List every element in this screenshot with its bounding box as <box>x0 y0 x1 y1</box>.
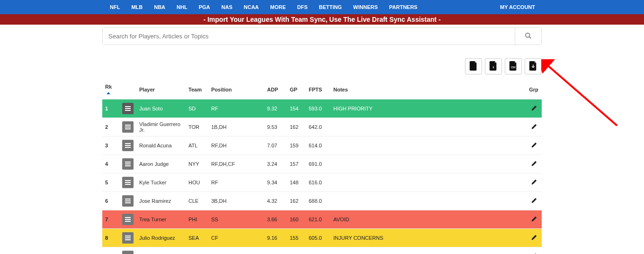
cell-grp <box>526 229 542 247</box>
table-row: 5 Kyle Tucker HOU RF 9.34 148 616.0 <box>102 173 542 192</box>
nav-item-nba[interactable]: NBA <box>148 4 171 10</box>
cell-notes <box>331 155 526 173</box>
drag-handle[interactable] <box>122 195 134 207</box>
svg-line-5 <box>546 64 617 126</box>
nav-item-mlb[interactable]: MLB <box>125 4 148 10</box>
col-adp[interactable]: ADP <box>264 80 287 100</box>
cell-grp <box>526 247 542 254</box>
cell-drag <box>119 155 136 173</box>
col-position[interactable]: Position <box>208 80 264 100</box>
edit-group-button[interactable] <box>531 142 537 149</box>
table-row: 6 Jose Ramirez CLE 3B,DH 4.32 162 688.0 <box>102 192 542 210</box>
cell-player[interactable]: Aaron Judge <box>136 155 186 173</box>
search-icon <box>525 32 532 41</box>
edit-group-button[interactable] <box>531 198 537 205</box>
table-row: 1 Juan Soto SD RF 9.32 154 593.0 HIGH PR… <box>102 100 542 118</box>
nav-item-winners[interactable]: WINNERS <box>348 4 384 10</box>
table-row: 9 Corbin Burnes MIL SP 13.11 31 681.0 <box>102 247 542 254</box>
drag-handle[interactable] <box>122 121 134 133</box>
annotation-arrow <box>541 59 626 135</box>
file-csv-button[interactable]: CSV <box>505 58 522 74</box>
cell-player[interactable]: Vladimir Guerrero Jr. <box>136 118 186 136</box>
nav-item-partners[interactable]: PARTNERS <box>384 4 423 10</box>
drag-handle[interactable] <box>122 251 134 254</box>
my-account-link[interactable]: MY ACCOUNT <box>500 4 535 10</box>
cell-rank: 7 <box>102 210 119 229</box>
cell-rank: 4 <box>102 155 119 173</box>
cell-rank: 8 <box>102 229 119 247</box>
drag-icon <box>125 106 131 111</box>
edit-group-button[interactable] <box>531 161 537 168</box>
cell-gp: 31 <box>287 247 306 254</box>
cell-fpts: 681.0 <box>306 247 331 254</box>
edit-group-button[interactable] <box>531 216 537 223</box>
edit-group-button[interactable] <box>531 105 537 112</box>
edit-group-button[interactable] <box>531 124 537 131</box>
drag-handle[interactable] <box>122 103 134 114</box>
cell-player[interactable]: Ronald Acuna <box>136 136 186 155</box>
cell-position: RF <box>208 173 264 192</box>
cell-player[interactable]: Juan Soto <box>136 100 186 118</box>
cell-drag <box>119 192 136 210</box>
drag-handle[interactable] <box>122 140 134 151</box>
cell-grp <box>526 136 542 155</box>
col-rank[interactable]: Rk <box>102 80 119 100</box>
col-fpts[interactable]: FPTS <box>306 80 331 100</box>
cell-player[interactable]: Kyle Tucker <box>136 173 186 192</box>
nav-item-nas[interactable]: NAS <box>216 4 238 10</box>
col-notes[interactable]: Notes <box>331 80 526 100</box>
col-team[interactable]: Team <box>186 80 208 100</box>
drag-icon <box>125 217 131 222</box>
cell-player[interactable]: Jose Ramirez <box>136 192 186 210</box>
drag-handle[interactable] <box>122 232 134 244</box>
edit-group-button[interactable] <box>531 235 537 242</box>
file-pdf-button[interactable] <box>525 58 542 74</box>
nav-item-nfl[interactable]: NFL <box>104 4 125 10</box>
cell-position: 3B,DH <box>208 192 264 210</box>
cell-fpts: 688.0 <box>306 192 331 210</box>
col-gp[interactable]: GP <box>287 80 306 100</box>
drag-handle[interactable] <box>122 214 134 225</box>
col-player[interactable]: Player <box>136 80 186 100</box>
cell-player[interactable]: Trea Turner <box>136 210 186 229</box>
cell-position: RF <box>208 100 264 118</box>
nav-item-pga[interactable]: PGA <box>193 4 216 10</box>
drag-icon <box>125 143 131 148</box>
edit-group-button[interactable] <box>531 179 537 186</box>
cell-team: NYY <box>186 155 208 173</box>
cell-gp: 154 <box>287 100 306 118</box>
search-input[interactable] <box>103 28 515 45</box>
table-row: 3 Ronald Acuna ATL RF,DH 7.07 159 614.0 <box>102 136 542 155</box>
cell-notes <box>331 173 526 192</box>
cell-drag <box>119 118 136 136</box>
drag-icon <box>125 125 131 129</box>
file-x-button[interactable]: X <box>485 58 502 74</box>
cell-player[interactable]: Julio Rodriguez <box>136 229 186 247</box>
pencil-icon <box>531 162 537 168</box>
cell-rank: 5 <box>102 173 119 192</box>
search-button[interactable] <box>515 28 541 45</box>
drag-handle[interactable] <box>122 158 134 170</box>
cell-grp <box>526 100 542 118</box>
cell-adp: 9.53 <box>264 118 287 136</box>
nav-item-more[interactable]: MORE <box>265 4 292 10</box>
main-container: XCSV Rk Player Team Position ADP GP FPTS… <box>102 25 542 254</box>
cell-grp <box>526 173 542 192</box>
nav-item-dfs[interactable]: DFS <box>292 4 313 10</box>
drag-handle[interactable] <box>122 177 134 188</box>
cell-position: RF,DH,CF <box>208 155 264 173</box>
pencil-icon <box>531 236 537 242</box>
cell-notes <box>331 136 526 155</box>
import-banner[interactable]: - Import Your Leagues With Team Sync, Us… <box>0 14 644 25</box>
cell-position: 1B,DH <box>208 118 264 136</box>
nav-item-ncaa[interactable]: NCAA <box>238 4 265 10</box>
col-grp[interactable]: Grp <box>526 80 542 100</box>
table-row: 4 Aaron Judge NYY RF,DH,CF 3.24 157 691.… <box>102 155 542 173</box>
nav-item-betting[interactable]: BETTING <box>313 4 348 10</box>
nav-item-nhl[interactable]: NHL <box>171 4 193 10</box>
file-button[interactable] <box>465 58 482 74</box>
file-csv-icon: CSV <box>509 61 518 72</box>
cell-gp: 162 <box>287 192 306 210</box>
cell-player[interactable]: Corbin Burnes <box>136 247 186 254</box>
cell-gp: 155 <box>287 229 306 247</box>
